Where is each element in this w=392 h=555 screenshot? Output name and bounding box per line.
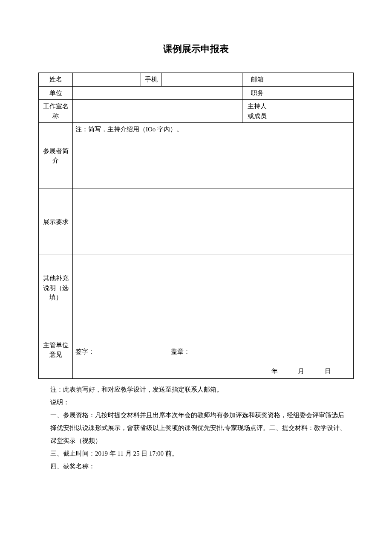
label-name: 姓名 bbox=[39, 73, 73, 87]
value-intro[interactable]: 注：简写，主持介绍用（IOo 字内）。 bbox=[73, 123, 354, 189]
label-studio: 工作室名称 bbox=[39, 100, 73, 123]
label-intro: 参展者简介 bbox=[39, 123, 73, 189]
value-opinion[interactable]: 签字： 盖章： 年 月 日 bbox=[73, 321, 354, 379]
year-label: 年 bbox=[271, 368, 278, 375]
value-requirement[interactable] bbox=[73, 189, 354, 255]
label-position: 职务 bbox=[242, 86, 272, 100]
note-line: 一、参展资格：凡按时提交材料并且出席本次年会的教师均有参加评选和获奖资格，经组委… bbox=[50, 409, 349, 447]
label-requirement: 展示要求 bbox=[39, 189, 73, 255]
note-line: 四、获奖名称： bbox=[50, 460, 349, 473]
table-row: 参展者简介 注：简写，主持介绍用（IOo 字内）。 bbox=[39, 123, 354, 189]
value-host-or-member[interactable] bbox=[272, 100, 354, 123]
value-other[interactable] bbox=[73, 255, 354, 321]
value-name[interactable] bbox=[73, 73, 141, 87]
table-row: 工作室名称 主持人或成员 bbox=[39, 100, 354, 123]
label-phone: 手机 bbox=[141, 73, 161, 87]
note-line: 注：此表填写好，和对应教学设计，发送至指定联系人邮箱。 bbox=[50, 383, 349, 396]
seal-label: 盖章： bbox=[171, 347, 190, 357]
label-other: 其他补充说明（选填） bbox=[39, 255, 73, 321]
table-row: 展示要求 bbox=[39, 189, 354, 255]
table-row: 单位 职务 bbox=[39, 86, 354, 100]
table-row: 姓名 手机 邮箱 bbox=[39, 73, 354, 87]
value-studio[interactable] bbox=[73, 100, 242, 123]
page-title: 课例展示申报表 bbox=[38, 43, 354, 55]
note-line: 三、截止时间：2019 年 11 月 25 日 17:00 前。 bbox=[50, 447, 349, 460]
label-opinion: 主管单位意见 bbox=[39, 321, 73, 379]
date-line: 年 月 日 bbox=[262, 366, 341, 376]
label-unit: 单位 bbox=[39, 86, 73, 100]
value-email[interactable] bbox=[272, 73, 354, 87]
table-row: 其他补充说明（选填） bbox=[39, 255, 354, 321]
day-label: 日 bbox=[325, 368, 331, 375]
value-phone[interactable] bbox=[161, 73, 242, 87]
label-email: 邮箱 bbox=[242, 73, 272, 87]
note-line: 说明： bbox=[50, 396, 349, 409]
application-form-table: 姓名 手机 邮箱 单位 职务 工作室名称 主持人或成员 参展者简介 注：简写，主… bbox=[38, 73, 354, 379]
signature-label: 签字： bbox=[75, 347, 95, 357]
value-position[interactable] bbox=[272, 86, 354, 100]
month-label: 月 bbox=[298, 368, 304, 375]
intro-note: 注：简写，主持介绍用（IOo 字内）。 bbox=[75, 126, 183, 133]
value-unit[interactable] bbox=[73, 86, 242, 100]
notes-section: 注：此表填写好，和对应教学设计，发送至指定联系人邮箱。 说明： 一、参展资格：凡… bbox=[38, 383, 354, 473]
label-host-or-member: 主持人或成员 bbox=[242, 100, 272, 123]
table-row: 主管单位意见 签字： 盖章： 年 月 日 bbox=[39, 321, 354, 379]
